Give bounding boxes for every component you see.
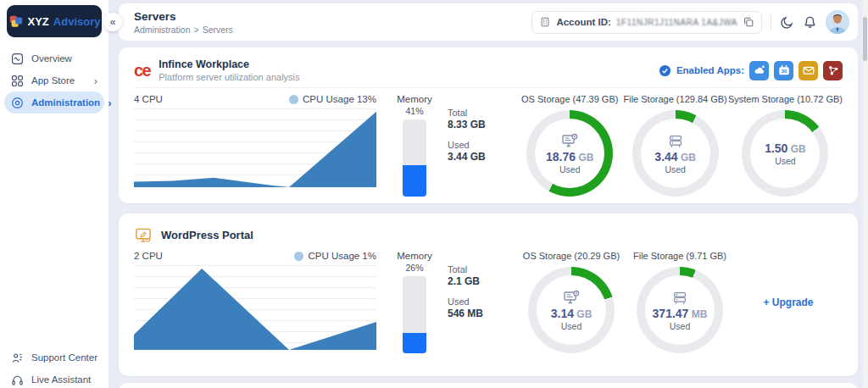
cpu-usage-label: CPU Usage 13% <box>303 94 376 104</box>
cpu-legend: CPU Usage 13% <box>289 94 376 104</box>
brand-squares-icon <box>8 14 24 29</box>
notifications-bell-icon[interactable] <box>803 15 817 30</box>
storage-used-value: 371.47 <box>653 307 689 320</box>
check-circle-icon <box>659 64 671 77</box>
calendar-app-icon[interactable]: 30 <box>774 61 793 80</box>
user-avatar[interactable] <box>826 10 849 34</box>
storage-used-label: Used <box>665 164 686 175</box>
memory-bar <box>403 119 426 197</box>
storage-used-label: Used <box>775 156 796 166</box>
storage-used-unit: GB <box>578 152 593 164</box>
card-body: 2 CPU CPU Usage 1% Memory 26% <box>134 251 843 353</box>
building-icon <box>539 16 551 28</box>
page-scrollbar[interactable] <box>862 0 868 388</box>
storage-used-unit: GB <box>576 308 592 320</box>
memory-total-value: 8.33 GB <box>448 119 486 130</box>
sidebar-item-label: Live Assistant <box>31 374 91 385</box>
overview-icon <box>11 53 24 65</box>
next-card-sliver <box>119 383 858 388</box>
server-title-block: Infince Workplace Platform server utiliz… <box>159 58 299 82</box>
photos-app-icon[interactable] <box>749 61 769 80</box>
memory-used-value: 546 MB <box>448 308 483 319</box>
memory-total-label: Total <box>448 264 483 274</box>
storage-title: OS Storage (20.29 GB) <box>523 251 620 261</box>
sidebar-item-app-store[interactable]: App Store › <box>4 69 104 91</box>
network-app-icon[interactable] <box>823 61 843 80</box>
administration-icon <box>11 97 24 109</box>
cpu-count-label: 4 CPU <box>134 94 163 104</box>
card-header: ce Infince Workplace Platform server uti… <box>134 56 843 85</box>
copy-icon[interactable] <box>743 16 754 28</box>
cpu-usage-label: CPU Usage 1% <box>308 251 376 261</box>
storage-used-label: Used <box>561 321 582 331</box>
sidebar-item-administration[interactable]: Administration › <box>4 91 104 114</box>
upgrade-link[interactable]: + Upgrade <box>763 297 813 308</box>
mail-app-icon[interactable] <box>798 61 818 80</box>
memory-used-label: Used <box>448 297 483 307</box>
memory-percent: 26% <box>405 263 423 273</box>
sidebar-item-support-center[interactable]: Support Center <box>4 346 104 369</box>
storage-title: File Storage (9.71 GB) <box>633 251 726 261</box>
server-rack-icon <box>671 290 688 306</box>
sidebar-footer: Support Center Live Assistant <box>0 346 108 388</box>
file-storage-gauge: File Storage (129.84 GB) <box>622 94 727 197</box>
headset-icon <box>11 374 24 386</box>
screen: XYZ Advisory Overview <box>0 0 868 388</box>
sidebar-item-overview[interactable]: Overview <box>4 47 104 69</box>
storage-title: File Storage (129.84 GB) <box>624 94 727 104</box>
memory-total-value: 2.1 GB <box>448 275 483 287</box>
topbar-actions: Account ID: 1F11NJR1J11NARA 1A&JWA <box>531 10 849 34</box>
cpu-legend: CPU Usage 1% <box>294 251 376 261</box>
sidebar-item-label: Support Center <box>31 352 97 363</box>
card-header: WordPress Portal <box>134 222 843 247</box>
storage-used-value: 3.44 <box>654 150 677 164</box>
cpu-chart-block: 4 CPU CPU Usage 13% <box>134 94 376 197</box>
wordpress-monitor-icon <box>134 226 153 244</box>
memory-title: Memory <box>397 94 432 104</box>
sidebar: XYZ Advisory Overview <box>0 0 108 388</box>
storage-donut: 371.47 MB Used <box>637 267 723 353</box>
sidebar-item-live-assistant[interactable]: Live Assistant <box>4 369 104 388</box>
breadcrumb-current: Servers <box>203 25 233 35</box>
account-id-value: 1F11NJR1J11NARA 1A&JWA <box>616 18 737 27</box>
server-name: WordPress Portal <box>161 229 253 241</box>
cpu-area-chart <box>134 108 376 187</box>
memory-used-value: 3.44 GB <box>448 151 486 163</box>
legend-dot <box>289 95 298 104</box>
dark-mode-moon-icon[interactable] <box>780 15 794 30</box>
cpu-count-label: 2 CPU <box>134 251 163 261</box>
card-divider <box>134 87 843 88</box>
breadcrumb-parent[interactable]: Administration <box>134 25 191 35</box>
storage-used-value: 1.50 <box>765 141 787 155</box>
brand-name: XYZ <box>28 15 49 28</box>
sidebar-item-label: Overview <box>31 53 72 64</box>
storage-used-unit: MB <box>692 308 708 320</box>
desktop-gear-icon <box>560 132 579 149</box>
cpu-chart-block: 2 CPU CPU Usage 1% <box>134 251 376 353</box>
storage-donut: 3.44 GB Used <box>632 110 719 197</box>
server-card-infince: ce Infince Workplace Platform server uti… <box>119 47 858 203</box>
memory-used-label: Used <box>448 140 486 150</box>
memory-percent: 41% <box>405 106 423 116</box>
account-id-pill: Account ID: 1F11NJR1J11NARA 1A&JWA <box>531 11 762 34</box>
server-card-wordpress: WordPress Portal 2 CPU CPU Usage 1% Memo… <box>119 213 858 376</box>
topbar: Servers Administration>Servers Account I… <box>119 3 858 41</box>
account-id-label: Account ID: <box>556 17 611 27</box>
sidebar-item-label: App Store <box>31 75 75 86</box>
os-storage-gauge: OS Storage (20.29 GB) <box>517 251 626 353</box>
storage-title: System Storage (10.72 GB) <box>728 94 843 104</box>
chevron-right-icon: › <box>108 97 111 109</box>
legend-dot <box>294 252 303 261</box>
scrollbar-thumb[interactable] <box>863 17 867 61</box>
upgrade-column: + Upgrade <box>734 251 843 353</box>
storage-used-label: Used <box>670 321 691 331</box>
file-storage-gauge: File Storage (9.71 GB) <box>626 251 734 353</box>
memory-title: Memory <box>397 251 432 261</box>
cpu-area-chart <box>134 265 376 350</box>
system-storage-gauge: System Storage (10.72 GB) 1.50 GB Used <box>728 94 843 197</box>
sidebar-nav: Overview App Store › <box>0 47 108 114</box>
breadcrumb-separator: > <box>194 25 199 35</box>
sidebar-collapse-button[interactable]: « <box>103 13 122 31</box>
storage-title: OS Storage (47.39 GB) <box>521 94 618 104</box>
brand-logo[interactable]: XYZ Advisory <box>7 5 102 37</box>
